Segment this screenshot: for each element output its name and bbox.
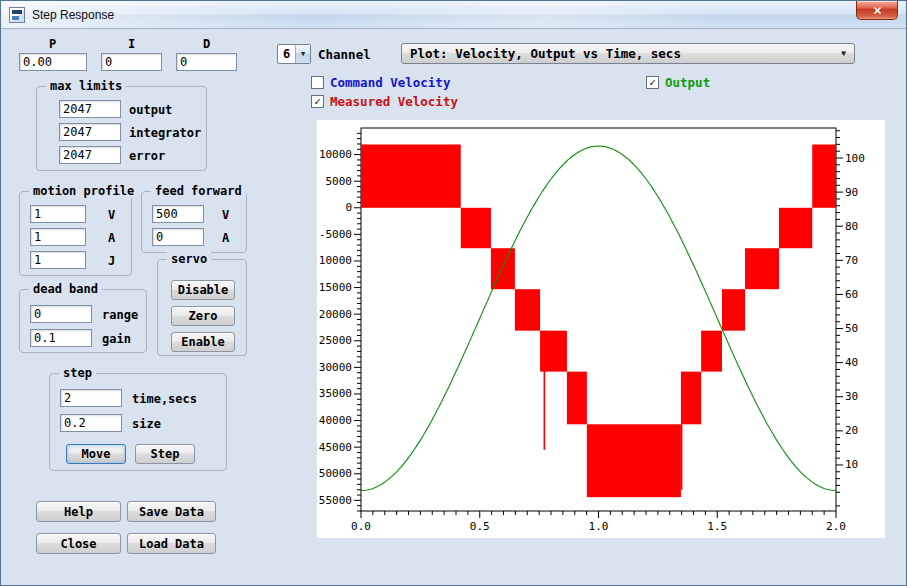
svg-text:30: 30 [845,390,858,403]
svg-text:80: 80 [845,220,858,233]
plot-select-value: Plot: Velocity, Output vs Time, secs [410,46,681,61]
channel-combobox[interactable]: 6 ▼ [277,44,311,64]
channel-value: 6 [278,45,295,63]
step-time-input[interactable] [60,389,122,407]
profile-j-label: J [108,254,115,268]
svg-text:-55000: -55000 [317,494,352,507]
profile-j-input[interactable] [30,251,86,269]
max-integrator-label: integrator [129,126,201,140]
svg-text:0.0: 0.0 [351,520,371,533]
output-label: Output [665,75,710,90]
ff-v-input[interactable] [152,205,204,223]
step-size-input[interactable] [60,414,122,432]
enable-button[interactable]: Enable [171,332,235,352]
svg-text:0: 0 [345,201,352,214]
svg-text:50: 50 [845,322,858,335]
measured-velocity-label: Measured Velocity [330,94,458,109]
gain-input[interactable] [30,329,92,347]
close-button[interactable] [856,1,898,20]
max-output-label: output [129,103,172,117]
svg-text:20: 20 [845,424,858,437]
svg-text:70: 70 [845,254,858,267]
max-output-input[interactable] [59,100,121,118]
svg-text:-25000: -25000 [317,334,352,347]
window-title: Step Response [32,8,114,22]
max-limits-group: max limits output integrator error [36,86,207,171]
max-error-input[interactable] [59,146,121,164]
profile-v-label: V [108,208,115,222]
step-response-window: Step Response P I D max limits output in… [0,0,907,586]
step-title: step [59,366,96,380]
feed-forward-title: feed forward [151,184,246,198]
max-error-label: error [129,149,165,163]
svg-text:-5000: -5000 [319,228,352,241]
load-data-button[interactable]: Load Data [127,533,216,554]
motion-profile-title: motion profile [29,184,138,198]
svg-text:90: 90 [845,186,858,199]
motion-profile-group: motion profile V A J [19,191,132,276]
i-input[interactable] [101,53,162,71]
svg-text:0.5: 0.5 [470,520,490,533]
profile-a-input[interactable] [30,228,86,246]
svg-text:10000: 10000 [319,148,352,161]
d-input[interactable] [176,53,237,71]
output-checkbox[interactable]: ✓ [646,76,659,89]
disable-button[interactable]: Disable [171,280,235,300]
move-button[interactable]: Move [66,444,126,464]
chevron-down-icon: ▼ [841,49,846,58]
ff-a-label: A [222,231,229,245]
gain-label: gain [102,332,131,346]
ff-v-label: V [222,208,229,222]
svg-text:100: 100 [845,152,865,165]
svg-text:-45000: -45000 [317,441,352,454]
svg-text:-50000: -50000 [317,467,352,480]
command-velocity-checkbox[interactable] [311,76,324,89]
svg-text:-35000: -35000 [317,387,352,400]
close-dialog-button[interactable]: Close [36,533,121,554]
svg-text:-40000: -40000 [317,414,352,427]
svg-text:1.0: 1.0 [589,520,609,533]
app-icon [9,7,25,23]
plot-combobox[interactable]: Plot: Velocity, Output vs Time, secs ▼ [401,43,855,64]
max-integrator-input[interactable] [59,123,121,141]
svg-text:5000: 5000 [326,175,353,188]
help-button[interactable]: Help [36,501,121,522]
servo-title: servo [167,252,211,266]
d-label: D [203,37,210,51]
servo-group: servo Disable Zero Enable [157,259,247,356]
titlebar[interactable]: Step Response [1,1,906,29]
feed-forward-group: feed forward V A [141,191,247,253]
svg-text:60: 60 [845,288,858,301]
step-response-chart: 1000050000-5000-10000-15000-20000-25000-… [317,120,885,538]
save-data-button[interactable]: Save Data [127,501,216,522]
svg-text:-30000: -30000 [317,361,352,374]
svg-text:2.0: 2.0 [826,520,846,533]
dead-band-group: dead band range gain [19,289,147,353]
command-velocity-label: Command Velocity [330,75,450,90]
range-input[interactable] [30,305,92,323]
measured-velocity-checkbox[interactable]: ✓ [311,95,324,108]
svg-text:-10000: -10000 [317,254,352,267]
profile-a-label: A [108,231,115,245]
ff-a-input[interactable] [152,228,204,246]
svg-text:10: 10 [845,458,858,471]
step-button[interactable]: Step [135,444,195,464]
step-size-label: size [132,417,161,431]
step-time-label: time,secs [132,392,197,406]
chevron-down-icon: ▼ [295,45,310,63]
svg-text:40: 40 [845,356,858,369]
close-icon [873,6,882,15]
range-label: range [102,308,138,322]
profile-v-input[interactable] [30,205,86,223]
i-label: I [128,37,135,51]
p-label: P [49,37,56,51]
svg-text:-15000: -15000 [317,281,352,294]
svg-text:1.5: 1.5 [707,520,727,533]
max-limits-title: max limits [46,79,126,93]
channel-label: Channel [318,47,371,62]
svg-text:-20000: -20000 [317,308,352,321]
dead-band-title: dead band [29,282,102,296]
p-input[interactable] [19,53,87,71]
zero-button[interactable]: Zero [171,306,235,326]
step-group: step time,secs size Move Step [49,373,227,471]
